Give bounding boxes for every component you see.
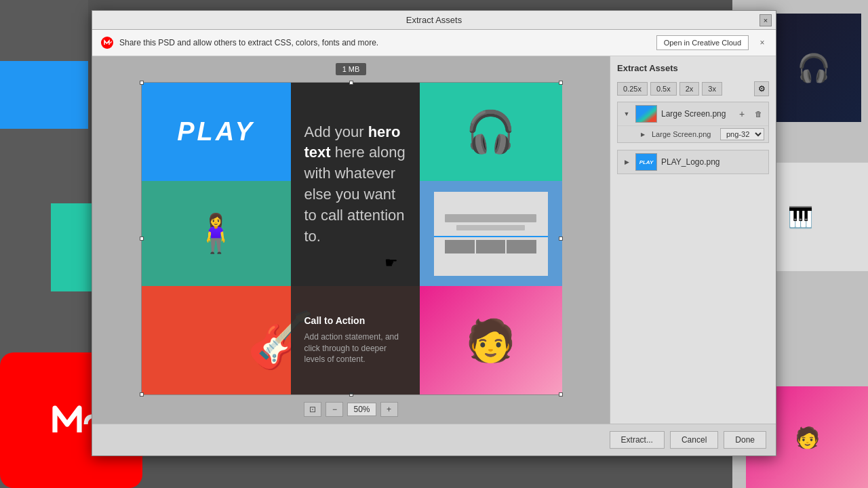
cell-cta: Call to Action Add action statement, and… bbox=[291, 286, 420, 394]
asset-add-button-large-screen[interactable]: + bbox=[736, 108, 748, 120]
cell-hero-text: Add your hero text here along with whate… bbox=[291, 83, 420, 286]
asset-thumb-large-screen bbox=[635, 105, 657, 123]
banner-close-button[interactable]: × bbox=[757, 37, 768, 48]
dialog-title: Extract Assets bbox=[406, 15, 462, 25]
handle-br[interactable] bbox=[559, 392, 563, 396]
ui-screenshot-mock bbox=[434, 192, 548, 276]
handle-tc[interactable] bbox=[349, 81, 353, 85]
scale-025x-button[interactable]: 0.25x bbox=[617, 82, 648, 96]
settings-button[interactable]: ⚙ bbox=[754, 81, 769, 96]
headphones-emoji: 🎧 bbox=[465, 108, 516, 156]
woman-emoji: 🧍‍♀️ bbox=[193, 211, 239, 256]
asset-item-large-screen: ▼ Large Screen.png + 🗑 ▶ Large Screen.pn… bbox=[617, 102, 769, 143]
right-panel: Extract Assets 0.25x 0.5x 2x 3x ⚙ ▼ Larg… bbox=[610, 56, 776, 424]
handle-tr[interactable] bbox=[559, 81, 563, 85]
dialog-body: 1 MB PLAY Add your hero text here along … bbox=[92, 56, 776, 424]
cell-woman: 🧍‍♀️ bbox=[142, 181, 291, 286]
done-button[interactable]: Done bbox=[724, 431, 766, 449]
canvas-area: 1 MB PLAY Add your hero text here along … bbox=[92, 56, 610, 424]
scale-05x-button[interactable]: 0.5x bbox=[650, 82, 677, 96]
zoom-in-button[interactable]: + bbox=[380, 402, 398, 417]
cancel-button[interactable]: Cancel bbox=[670, 431, 718, 449]
cta-title: Call to Action bbox=[304, 315, 406, 326]
asset-name-play-logo: PLAY_Logo.png bbox=[661, 157, 764, 167]
scale-3x-button[interactable]: 3x bbox=[702, 82, 722, 96]
open-in-cc-button[interactable]: Open in Creative Cloud bbox=[656, 35, 749, 50]
extract-assets-dialog: Extract Assets × Share this PSD and allo… bbox=[92, 10, 776, 456]
handle-mr[interactable] bbox=[559, 237, 563, 241]
cc-banner: Share this PSD and allow others to extra… bbox=[92, 30, 776, 56]
dialog-close-button[interactable]: × bbox=[760, 14, 772, 26]
scale-2x-button[interactable]: 2x bbox=[679, 82, 700, 96]
file-size-badge: 1 MB bbox=[336, 63, 367, 75]
handle-ml[interactable] bbox=[140, 237, 144, 241]
cc-banner-text: Share this PSD and allow others to extra… bbox=[119, 38, 651, 47]
handle-tl[interactable] bbox=[140, 81, 144, 85]
play-thumb-text: PLAY bbox=[639, 159, 654, 165]
cell-headphones: 🎧 bbox=[420, 83, 562, 181]
asset-item-play-logo: ▶ PLAY PLAY_Logo.png bbox=[617, 150, 769, 174]
asset-name-large-screen: Large Screen.png bbox=[661, 109, 732, 119]
asset-row-large-screen: ▼ Large Screen.png + 🗑 bbox=[618, 102, 768, 125]
scale-buttons-group: 0.25x 0.5x 2x 3x ⚙ bbox=[617, 81, 769, 96]
cell-person-pink: 🧑 bbox=[420, 286, 562, 394]
zoom-level-display: 50% bbox=[347, 403, 376, 416]
zoom-out-button[interactable]: − bbox=[326, 402, 343, 417]
extract-button[interactable]: Extract... bbox=[610, 431, 665, 449]
asset-row-play-logo: ▶ PLAY PLAY_Logo.png bbox=[618, 150, 768, 174]
cc-banner-icon bbox=[100, 36, 114, 49]
asset-format-select[interactable]: png-32 png-8 jpg gif svg bbox=[720, 128, 764, 140]
asset-sub-name: Large Screen.png bbox=[652, 130, 716, 138]
dialog-footer: Extract... Cancel Done bbox=[92, 424, 776, 455]
asset-sub-row-large-screen: ▶ Large Screen.png png-32 png-8 jpg gif … bbox=[618, 125, 768, 142]
person-emoji: 🧑 bbox=[465, 317, 516, 365]
hero-text-content: Add your hero text here along with whate… bbox=[304, 122, 406, 247]
asset-collapse-large-screen[interactable]: ▼ bbox=[622, 109, 631, 119]
cta-body: Add action statement, and click through … bbox=[304, 331, 406, 365]
cell-ui-screenshot bbox=[420, 181, 562, 286]
asset-thumb-play-logo: PLAY bbox=[635, 153, 657, 171]
fit-to-screen-button[interactable]: ⊡ bbox=[304, 402, 321, 417]
canvas-wrapper: PLAY Add your hero text here along with … bbox=[141, 82, 561, 395]
asset-delete-button-large-screen[interactable]: 🗑 bbox=[752, 108, 764, 120]
dialog-backdrop: Extract Assets × Share this PSD and allo… bbox=[0, 0, 868, 488]
asset-collapse-play-logo[interactable]: ▶ bbox=[622, 157, 631, 167]
canvas-toolbar: ⊡ − 50% + bbox=[304, 402, 397, 417]
asset-sub-expand[interactable]: ▶ bbox=[638, 129, 648, 139]
psd-preview-grid: PLAY Add your hero text here along with … bbox=[142, 83, 562, 394]
panel-title: Extract Assets bbox=[617, 63, 769, 73]
cell-play: PLAY bbox=[142, 83, 291, 181]
dialog-titlebar: Extract Assets × bbox=[92, 11, 776, 30]
handle-bl[interactable] bbox=[140, 392, 144, 396]
